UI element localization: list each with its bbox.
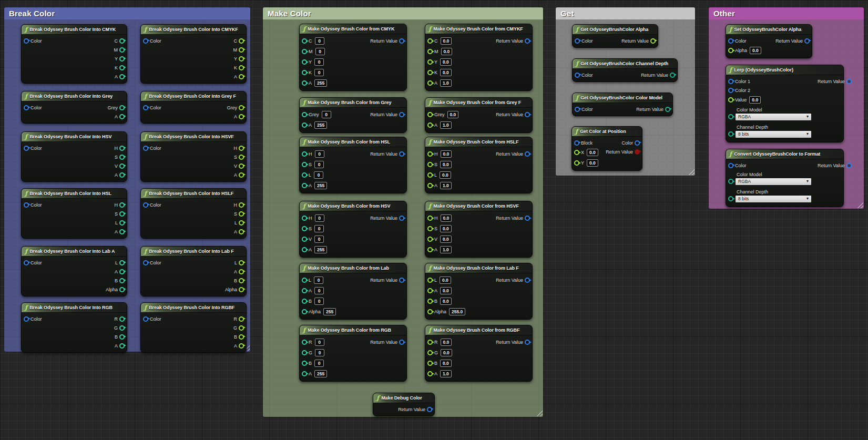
input-pin-c[interactable]: [302, 38, 307, 44]
blueprint-node-break-odyssey-brush-color-into-lab-a[interactable]: ƒBreak Odyssey Brush Color Into Lab ACol…: [21, 246, 127, 296]
output-pin-v[interactable]: [239, 163, 244, 169]
output-pin-s[interactable]: [239, 211, 244, 217]
output-pin-h[interactable]: [119, 146, 125, 151]
node-header[interactable]: ƒMake Odyssey Brush Color from HSLF: [425, 137, 532, 147]
output-pin-l[interactable]: [119, 260, 125, 265]
pin-value-input[interactable]: 0: [315, 349, 324, 356]
output-pin-v[interactable]: [119, 163, 125, 169]
pin-value-input[interactable]: 0.0: [440, 236, 452, 243]
output-pin-a[interactable]: [119, 343, 125, 349]
output-pin-b[interactable]: [239, 334, 244, 340]
pin-value-input[interactable]: 255: [314, 79, 327, 87]
blueprint-node-make-odyssey-brush-color-from-lab[interactable]: ƒMake Odyssey Brush Color from LabL0A0B0…: [299, 263, 407, 320]
node-header[interactable]: ƒMake Odyssey Brush Color from HSL: [300, 137, 406, 147]
input-pin-color[interactable]: [24, 105, 29, 110]
color-model-dropdown[interactable]: RGBA▾: [735, 113, 812, 121]
output-pin-c[interactable]: [239, 38, 244, 44]
blueprint-node-get-color-at-position[interactable]: ƒGet Color at PositionBlockX0.0Y0.0Color…: [571, 126, 642, 171]
blueprint-node-get-odysseybrushcolor-channel-depth[interactable]: ƒGet OdysseyBrushColor Channel DepthColo…: [572, 58, 678, 82]
blueprint-node-make-odyssey-brush-color-from-hslf[interactable]: ƒMake Odyssey Brush Color from HSLFH0.0S…: [425, 137, 533, 193]
output-pin-r[interactable]: [239, 316, 244, 322]
node-header[interactable]: ƒMake Odyssey Brush Color from Lab: [300, 263, 406, 273]
node-header[interactable]: ƒGet Color at Position: [572, 127, 642, 137]
blueprint-node-make-odyssey-brush-color-from-grey[interactable]: ƒMake Odyssey Brush Color from GreyGrey0…: [299, 97, 407, 133]
input-pin-channel-depth[interactable]: [728, 196, 733, 201]
input-pin-color[interactable]: [728, 38, 733, 44]
input-pin-y[interactable]: [427, 59, 433, 65]
input-pin-color-2[interactable]: [728, 88, 733, 93]
input-pin-a[interactable]: [427, 122, 433, 128]
node-header[interactable]: ƒBreak Odyssey Brush Color Into Lab A: [22, 247, 127, 257]
output-pin-a[interactable]: [239, 269, 244, 274]
pin-value-input[interactable]: 0.0: [587, 149, 598, 156]
pin-value-input[interactable]: 0: [314, 58, 324, 66]
pin-value-input[interactable]: 0: [314, 225, 324, 232]
output-pin-h[interactable]: [239, 202, 244, 208]
output-pin-l[interactable]: [119, 220, 125, 226]
input-pin-a[interactable]: [427, 247, 433, 252]
pin-value-input[interactable]: 0.0: [441, 349, 452, 356]
pin-value-input[interactable]: 255: [314, 370, 327, 377]
input-pin-a[interactable]: [302, 288, 307, 293]
output-pin-return-value[interactable]: [635, 149, 640, 155]
blueprint-node-make-odyssey-brush-color-from-hsl[interactable]: ƒMake Odyssey Brush Color from HSLH0S0L0…: [299, 137, 407, 193]
pin-value-input[interactable]: 0.0: [440, 225, 452, 232]
node-header[interactable]: ƒBreak Odyssey Brush Color Into HSL: [22, 189, 127, 199]
node-header[interactable]: ƒBreak Odyssey Brush Color Into Lab F: [141, 247, 246, 257]
node-header[interactable]: ƒBreak Odyssey Brush Color Into HSLF: [141, 189, 246, 199]
input-pin-color-1[interactable]: [728, 79, 733, 84]
input-pin-color[interactable]: [24, 146, 29, 151]
input-pin-color[interactable]: [24, 316, 29, 322]
node-header[interactable]: ƒMake Odyssey Brush Color from Lab F: [425, 263, 532, 273]
node-header[interactable]: ƒBreak Odyssey Brush Color Into CMYK: [22, 25, 127, 35]
input-pin-color[interactable]: [575, 73, 580, 78]
pin-value-input[interactable]: 255: [314, 121, 327, 129]
input-pin-color[interactable]: [143, 146, 148, 151]
input-pin-value[interactable]: [728, 97, 733, 103]
input-pin-l[interactable]: [302, 172, 307, 178]
output-pin-k[interactable]: [239, 65, 244, 70]
pin-value-input[interactable]: 0.0: [440, 287, 452, 294]
pin-value-input[interactable]: 0: [314, 287, 324, 294]
output-pin-return-value[interactable]: [525, 216, 530, 221]
input-pin-y[interactable]: [574, 160, 579, 166]
output-pin-return-value[interactable]: [525, 340, 530, 345]
input-pin-alpha[interactable]: [728, 48, 733, 53]
input-pin-b[interactable]: [427, 361, 433, 366]
blueprint-node-make-debug-color[interactable]: ƒMake Debug ColorReturn Value: [373, 393, 435, 416]
output-pin-grey[interactable]: [239, 105, 244, 110]
output-pin-a[interactable]: [119, 114, 125, 119]
node-header[interactable]: ƒMake Odyssey Brush Color from RGB: [300, 325, 406, 335]
output-pin-g[interactable]: [239, 325, 244, 331]
input-pin-color[interactable]: [143, 105, 148, 110]
input-pin-a[interactable]: [302, 183, 307, 188]
pin-value-input[interactable]: 0.0: [440, 360, 452, 367]
input-pin-grey[interactable]: [302, 112, 307, 117]
output-pin-return-value[interactable]: [399, 112, 404, 117]
pin-value-input[interactable]: 0.0: [441, 37, 452, 45]
node-header[interactable]: ƒConvert OdysseyBrushColor to Format: [726, 149, 843, 159]
pin-value-input[interactable]: 0: [314, 360, 324, 367]
node-header[interactable]: ƒLerp (OdysseyBrushColor): [726, 65, 843, 75]
output-pin-h[interactable]: [239, 146, 244, 151]
pin-value-input[interactable]: 0: [314, 236, 324, 243]
output-pin-m[interactable]: [239, 47, 244, 53]
output-pin-return-value[interactable]: [399, 151, 404, 157]
blueprint-node-make-odyssey-brush-color-from-cmykf[interactable]: ƒMake Odyssey Brush Color from CMYKFC0.0…: [425, 24, 533, 91]
blueprint-node-make-odyssey-brush-color-from-grey-f[interactable]: ƒMake Odyssey Brush Color from Grey FGre…: [425, 97, 533, 133]
input-pin-color[interactable]: [143, 202, 148, 208]
input-pin-l[interactable]: [427, 278, 433, 283]
pin-value-input[interactable]: 1.0: [440, 79, 452, 87]
input-pin-v[interactable]: [427, 237, 433, 242]
blueprint-node-break-odyssey-brush-color-into-cmyk[interactable]: ƒBreak Odyssey Brush Color Into CMYKColo…: [21, 24, 127, 84]
input-pin-b[interactable]: [302, 361, 307, 366]
input-pin-a[interactable]: [302, 371, 307, 376]
output-pin-a[interactable]: [119, 172, 125, 178]
output-pin-y[interactable]: [239, 56, 244, 62]
output-pin-s[interactable]: [239, 155, 244, 160]
node-header[interactable]: ƒMake Odyssey Brush Color from HSVF: [425, 201, 532, 211]
blueprint-graph-canvas[interactable]: Break ColorƒBreak Odyssey Brush Color In…: [0, 0, 868, 440]
input-pin-color-model[interactable]: [728, 179, 733, 184]
input-pin-h[interactable]: [302, 216, 307, 221]
pin-value-input[interactable]: 1.0: [440, 182, 452, 189]
